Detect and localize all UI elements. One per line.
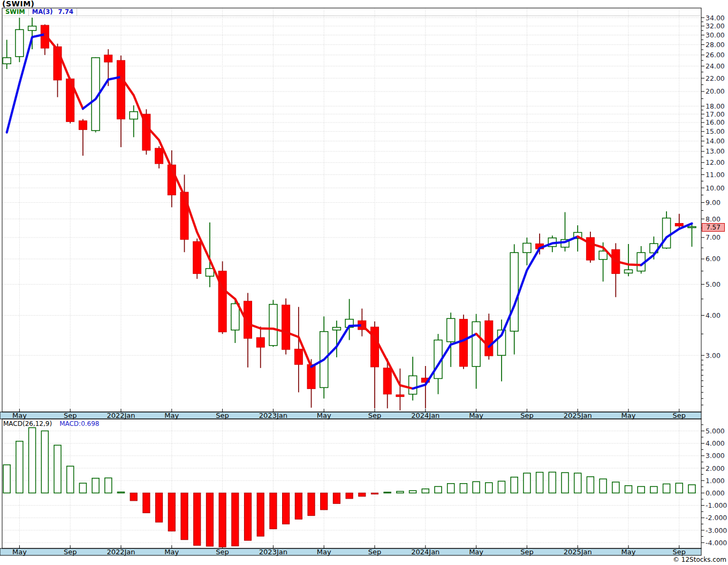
svg-text:17.00: 17.00: [706, 110, 725, 118]
svg-text:5.000: 5.000: [706, 427, 725, 435]
svg-text:30.00: 30.00: [706, 31, 725, 39]
svg-text:-2.000: -2.000: [706, 514, 727, 522]
svg-text:11.00: 11.00: [706, 171, 725, 179]
svg-text:13.00: 13.00: [706, 147, 725, 155]
svg-text:0.000: 0.000: [706, 489, 725, 497]
svg-text:Sep: Sep: [673, 548, 686, 556]
svg-text:May: May: [621, 411, 636, 419]
svg-text:May: May: [621, 548, 636, 556]
svg-text:7.00: 7.00: [706, 233, 721, 241]
svg-text:22.00: 22.00: [706, 74, 725, 82]
svg-text:-3.000: -3.000: [706, 526, 727, 535]
gridlines: [2, 8, 701, 548]
svg-text:Sep: Sep: [673, 411, 686, 419]
svg-text:2023Jan: 2023Jan: [259, 548, 287, 556]
svg-text:Sep: Sep: [216, 411, 229, 419]
svg-text:May: May: [317, 411, 331, 419]
svg-text:3.00: 3.00: [706, 352, 721, 360]
svg-text:24.00: 24.00: [706, 62, 725, 70]
svg-text:Sep: Sep: [64, 548, 77, 556]
svg-text:2022Jan: 2022Jan: [107, 548, 135, 556]
svg-text:May: May: [12, 548, 27, 556]
macd-legend-label: MACD(26,12,9): [3, 420, 52, 427]
svg-text:Sep: Sep: [520, 411, 534, 419]
svg-text:4.00: 4.00: [706, 311, 721, 319]
svg-text:32.00: 32.00: [706, 22, 725, 30]
svg-text:May: May: [12, 411, 27, 419]
last-price-tag: 7.57: [702, 223, 725, 232]
svg-text:9.00: 9.00: [706, 198, 721, 207]
svg-text:2023Jan: 2023Jan: [259, 411, 287, 419]
legend-ma-label: MA(3): [32, 8, 53, 16]
macd-histogram: [3, 427, 695, 547]
svg-text:8.00: 8.00: [706, 215, 721, 223]
svg-text:Sep: Sep: [368, 411, 382, 419]
page-title: (SWIM): [2, 0, 34, 8]
legend-ma: MA(3)7.74: [29, 8, 77, 16]
legend-ma-value: 7.74: [58, 8, 73, 16]
macd-legend-value: MACD:0.698: [59, 420, 99, 427]
svg-text:Sep: Sep: [520, 548, 534, 556]
svg-text:2025Jan: 2025Jan: [564, 411, 592, 419]
svg-text:-4.000: -4.000: [706, 539, 727, 547]
svg-text:2024Jan: 2024Jan: [411, 548, 439, 556]
svg-text:14.00: 14.00: [706, 137, 725, 145]
svg-text:May: May: [469, 411, 483, 419]
svg-text:May: May: [317, 548, 331, 556]
svg-text:20.00: 20.00: [706, 87, 725, 95]
svg-text:May: May: [164, 548, 179, 556]
svg-text:2025Jan: 2025Jan: [564, 548, 592, 556]
svg-text:12.00: 12.00: [706, 158, 725, 166]
legend-symbol: SWIM: [2, 8, 29, 16]
stock-chart-svg: 34.0032.0030.0028.0026.0024.0022.0020.00…: [0, 0, 728, 565]
candles-layer: [3, 18, 696, 410]
svg-text:10.00: 10.00: [706, 184, 725, 192]
svg-text:4.000: 4.000: [706, 439, 725, 447]
svg-text:2.000: 2.000: [706, 464, 725, 472]
svg-text:5.00: 5.00: [706, 280, 721, 288]
svg-text:May: May: [469, 548, 483, 556]
svg-text:18.00: 18.00: [706, 102, 725, 110]
svg-text:Sep: Sep: [64, 411, 77, 419]
svg-text:Sep: Sep: [216, 548, 229, 556]
svg-text:May: May: [164, 411, 179, 419]
svg-text:15.00: 15.00: [706, 127, 725, 135]
svg-text:2022Jan: 2022Jan: [107, 411, 135, 419]
svg-text:Sep: Sep: [368, 548, 382, 556]
svg-text:-1.000: -1.000: [706, 501, 727, 509]
svg-text:28.00: 28.00: [706, 41, 725, 49]
svg-text:34.00: 34.00: [706, 14, 725, 22]
chart-legend: SWIM MA(3)7.74: [2, 8, 701, 16]
macd-axis: 5.0004.0003.0002.0001.0000.000-1.000-2.0…: [701, 425, 727, 547]
macd-legend: MACD(26,12,9)MACD:0.698: [3, 420, 100, 427]
svg-text:16.00: 16.00: [706, 118, 725, 126]
svg-text:26.00: 26.00: [706, 51, 725, 59]
svg-text:6.00: 6.00: [706, 255, 721, 263]
svg-text:1.000: 1.000: [706, 477, 725, 485]
price-axis: 34.0032.0030.0028.0026.0024.0022.0020.00…: [701, 14, 725, 405]
svg-text:3.000: 3.000: [706, 452, 725, 460]
copyright-credit: © 12Stocks.com: [673, 556, 726, 563]
svg-text:2024Jan: 2024Jan: [411, 411, 439, 419]
